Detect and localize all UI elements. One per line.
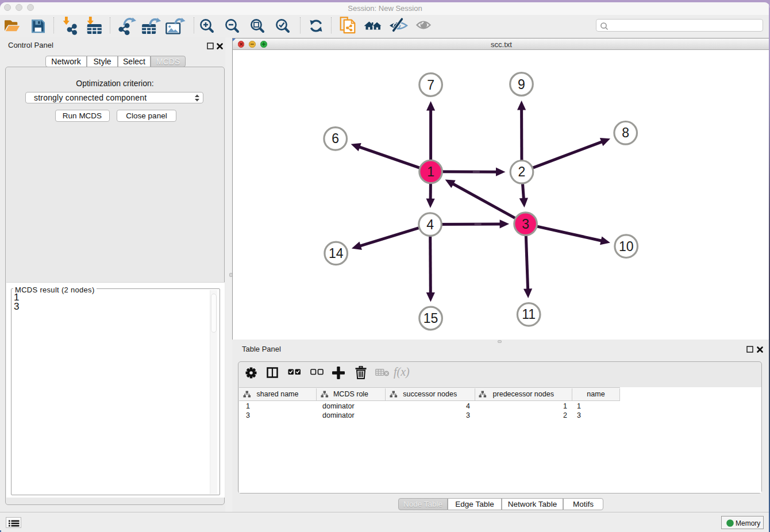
svg-text:15: 15 xyxy=(424,311,438,326)
svg-text:2: 2 xyxy=(518,164,526,179)
svg-text:8: 8 xyxy=(622,125,629,140)
svg-text:4: 4 xyxy=(426,217,434,232)
svg-text:10: 10 xyxy=(619,239,634,254)
svg-text:1: 1 xyxy=(427,164,434,179)
svg-text:7: 7 xyxy=(427,78,434,92)
svg-text:6: 6 xyxy=(332,131,339,146)
svg-text:3: 3 xyxy=(522,217,529,232)
svg-text:14: 14 xyxy=(329,246,344,261)
svg-text:11: 11 xyxy=(522,307,536,322)
svg-text:9: 9 xyxy=(518,77,525,92)
